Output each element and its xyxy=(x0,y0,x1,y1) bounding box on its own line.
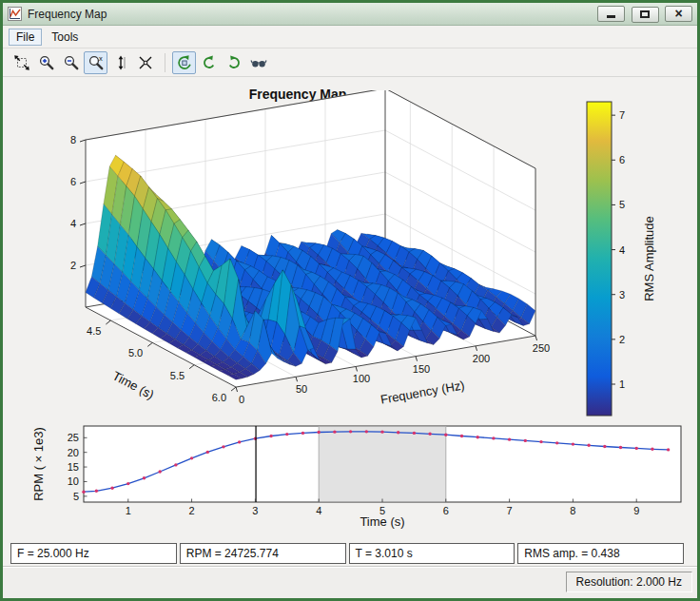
svg-text:Frequency (Hz): Frequency (Hz) xyxy=(379,378,466,406)
readout-row: F = 25.000 Hz RPM = 24725.774 T = 3.010 … xyxy=(3,541,697,566)
svg-text:6.0: 6.0 xyxy=(212,392,226,403)
svg-text:50: 50 xyxy=(296,383,307,395)
close-button[interactable]: × xyxy=(665,6,692,22)
svg-text:4: 4 xyxy=(316,505,321,516)
rotate-clockwise-button[interactable] xyxy=(222,51,245,74)
zoom-y-button[interactable] xyxy=(108,51,132,74)
svg-text:3: 3 xyxy=(619,289,625,300)
figure-area: Frequency Map 0501001502002504.55.05.56.… xyxy=(3,77,697,541)
readout-time: T = 3.010 s xyxy=(349,543,515,564)
zoom-x-button[interactable]: x xyxy=(84,51,107,74)
close-icon: × xyxy=(674,7,682,20)
restore-view-icon xyxy=(137,54,154,71)
svg-text:9: 9 xyxy=(633,505,639,516)
toolbar: x xyxy=(3,48,697,77)
zoom-in-button[interactable] xyxy=(34,51,58,74)
maximize-icon xyxy=(640,10,650,18)
svg-text:x: x xyxy=(99,54,103,63)
zoom-x-icon: x xyxy=(88,54,105,71)
expand-axes-button[interactable] xyxy=(10,51,33,74)
colorbar-gradient xyxy=(587,102,612,416)
rpm-plot-canvas[interactable]: 123456789510152025Time (s)RPM ( × 1e3) xyxy=(3,419,697,539)
svg-text:3: 3 xyxy=(252,505,258,516)
rotate-3d-button[interactable] xyxy=(172,51,196,74)
zoom-out-icon xyxy=(63,54,80,71)
svg-text:8: 8 xyxy=(70,134,76,145)
svg-text:RMS Amplitude: RMS Amplitude xyxy=(642,216,656,301)
svg-text:200: 200 xyxy=(473,353,490,364)
rotate-counterclockwise-button[interactable] xyxy=(197,51,221,74)
svg-text:2: 2 xyxy=(619,334,625,345)
colorbar: 1234567RMS Amplitude xyxy=(579,88,697,435)
svg-text:1: 1 xyxy=(126,505,131,516)
svg-text:7: 7 xyxy=(619,109,625,121)
rotate-3d-icon xyxy=(176,54,193,71)
svg-text:25: 25 xyxy=(68,432,79,443)
stereo-view-icon xyxy=(250,54,267,71)
svg-text:7: 7 xyxy=(507,505,513,516)
readout-frequency: F = 25.000 Hz xyxy=(10,543,177,564)
minimize-button[interactable] xyxy=(597,6,625,22)
menu-tools[interactable]: Tools xyxy=(44,29,86,46)
menubar: File Tools xyxy=(3,26,697,48)
svg-text:Time (s): Time (s) xyxy=(110,368,157,401)
svg-text:100: 100 xyxy=(353,373,370,384)
svg-text:RPM ( × 1e3): RPM ( × 1e3) xyxy=(31,427,46,501)
svg-text:10: 10 xyxy=(68,475,79,487)
svg-text:1: 1 xyxy=(619,378,625,390)
window-icon xyxy=(8,7,22,21)
svg-text:5: 5 xyxy=(619,199,625,210)
svg-text:6: 6 xyxy=(70,176,76,187)
readout-rms: RMS amp. = 0.438 xyxy=(517,543,684,564)
svg-text:250: 250 xyxy=(533,342,550,354)
window-controls: × xyxy=(595,5,692,23)
svg-text:6: 6 xyxy=(443,505,449,516)
expand-axes-icon xyxy=(13,54,30,71)
svg-text:8: 8 xyxy=(570,505,575,516)
rotate-clockwise-icon xyxy=(225,54,243,71)
zoom-out-button[interactable] xyxy=(59,51,83,74)
svg-text:150: 150 xyxy=(413,363,430,375)
restore-view-button[interactable] xyxy=(133,51,157,74)
svg-text:4: 4 xyxy=(70,218,76,229)
svg-text:0: 0 xyxy=(239,394,244,405)
selection-window[interactable] xyxy=(319,427,446,502)
maximize-button[interactable] xyxy=(632,7,659,23)
zoom-y-icon xyxy=(112,54,129,71)
minimize-icon xyxy=(607,15,615,18)
svg-text:6: 6 xyxy=(619,154,625,165)
svg-text:15: 15 xyxy=(68,461,79,473)
svg-text:4: 4 xyxy=(619,244,625,256)
svg-text:2: 2 xyxy=(189,505,195,516)
svg-text:Time (s): Time (s) xyxy=(360,514,404,529)
surface-plot-canvas[interactable]: 0501001502002504.55.05.56.02468Frequency… xyxy=(3,90,593,423)
titlebar: Frequency Map × xyxy=(3,3,697,26)
rotate-counterclockwise-icon xyxy=(201,54,218,71)
window-title: Frequency Map xyxy=(28,8,590,21)
stereo-view-button[interactable] xyxy=(246,51,270,74)
svg-text:5.0: 5.0 xyxy=(128,347,143,359)
svg-text:2: 2 xyxy=(70,260,76,271)
svg-text:4.5: 4.5 xyxy=(87,325,101,337)
readout-rpm: RPM = 24725.774 xyxy=(180,543,346,564)
resolution-indicator: Resolution: 2.000 Hz xyxy=(566,572,692,592)
menu-file[interactable]: File xyxy=(9,29,42,46)
svg-text:5.5: 5.5 xyxy=(170,370,185,381)
svg-text:20: 20 xyxy=(68,447,79,458)
zoom-in-icon xyxy=(38,54,55,71)
toolbar-separator xyxy=(165,53,165,72)
svg-text:5: 5 xyxy=(73,491,79,502)
app-window: Frequency Map × File Tools x Frequency M… xyxy=(0,0,700,601)
status-strip: Resolution: 2.000 Hz xyxy=(3,566,697,598)
